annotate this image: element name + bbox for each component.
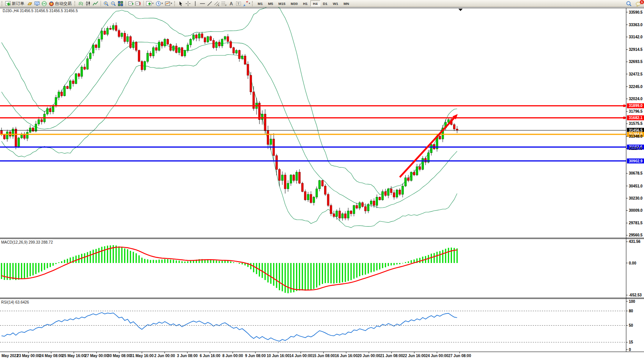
new-order-icon	[5, 1, 11, 6]
toolbar-button-gold[interactable]	[26, 0, 33, 7]
candle	[170, 44, 172, 50]
toolbar-button-vline[interactable]	[192, 0, 199, 7]
candle	[347, 211, 349, 218]
toolbar-button-text-label[interactable]: T	[235, 0, 242, 7]
chevron-down-icon[interactable]: ▾	[249, 2, 251, 5]
toolbar-button-add-indicator[interactable]: ▾	[145, 0, 155, 7]
timeframe-button-m1[interactable]: M1	[255, 0, 265, 6]
price-axis[interactable]: 33590.533363.033142.032914.532693.532472…	[626, 8, 643, 352]
candle	[370, 201, 372, 205]
date-label[interactable]: 24 May 08:00	[39, 354, 63, 358]
candle	[207, 36, 209, 42]
chart-title: DJ30-,H4 31456.5 31456.5 31456.5 31456.5	[3, 9, 78, 13]
candle	[261, 114, 263, 120]
timeframe-button-m5[interactable]: M5	[265, 0, 276, 6]
svg-text:F: F	[225, 4, 227, 6]
toolbar-button-chat[interactable]: 1	[635, 0, 642, 7]
date-label[interactable]: 27 Jun 08:00	[448, 354, 471, 358]
candle	[87, 59, 88, 69]
price-lines-layer[interactable]: 31899.031682.131456.531384.031153.630902…	[0, 103, 644, 177]
toolbar-button-search[interactable]	[625, 0, 633, 7]
chevron-down-icon[interactable]: ▾	[161, 2, 164, 5]
candle	[32, 128, 34, 131]
candle	[336, 211, 338, 217]
timeframe-button-h4[interactable]: H4	[310, 0, 320, 6]
toolbar-button-line-chart[interactable]	[92, 0, 99, 7]
toolbar-button-autoscroll[interactable]	[128, 0, 135, 7]
rsi-axis-label: 15	[629, 340, 633, 344]
date-label[interactable]: 2 Jun 00:00	[154, 354, 175, 358]
date-label[interactable]: 21 Jun 08:00	[380, 354, 403, 358]
timeframe-button-d1[interactable]: D1	[320, 0, 330, 6]
chevron-down-icon[interactable]: ▾	[170, 2, 173, 5]
candle	[101, 31, 103, 39]
toolbar-button-monitor[interactable]	[33, 0, 41, 7]
chart-canvas[interactable]: 31899.031682.131456.531384.031153.630902…	[0, 0, 644, 359]
macd-axis-label: 0.00	[629, 261, 636, 265]
timeframe-button-m30[interactable]: M30	[288, 0, 300, 6]
candle	[201, 34, 203, 38]
price-tick-label: 31575.5	[629, 121, 643, 126]
notification-badge[interactable]: 1	[640, 0, 644, 4]
date-label[interactable]: 25 May 16:00	[62, 354, 86, 358]
date-label[interactable]: 16 Jun 16:00	[335, 354, 357, 358]
date-label[interactable]: 27 May 00:00	[85, 354, 109, 358]
date-label[interactable]: 15 Jun 08:00	[312, 354, 335, 358]
candle	[290, 175, 292, 183]
toolbar-button-signal[interactable]	[41, 0, 48, 7]
timeframe-button-w1[interactable]: W1	[330, 0, 341, 6]
candle	[270, 139, 272, 145]
toolbar-button-period-clock[interactable]: ▾	[155, 0, 164, 7]
toolbar-button-channel[interactable]: E	[213, 0, 220, 7]
candle	[112, 25, 114, 29]
toolbar-button-hline[interactable]	[199, 0, 206, 7]
toolbar-button-fibonacci[interactable]: F	[220, 0, 228, 7]
timeframe-button-mn[interactable]: MN	[341, 0, 352, 6]
chart-shift-marker[interactable]	[458, 9, 463, 11]
date-label[interactable]: 9 Jun 08:00	[245, 354, 266, 358]
timeframe-button-h1[interactable]: H1	[300, 0, 310, 6]
candle	[118, 30, 120, 36]
toolbar-button-new-order[interactable]: 新订单	[5, 0, 26, 7]
toolbar-button-template[interactable]: ▾	[164, 0, 173, 7]
toolbar-button-crosshair[interactable]	[184, 0, 192, 7]
period-clock-icon	[156, 1, 161, 6]
timeframe-button-m15[interactable]: M15	[276, 0, 288, 6]
toolbar-button-arrows[interactable]: ▾	[242, 0, 252, 7]
toolbar-button-bar-chart[interactable]	[77, 0, 85, 7]
date-label[interactable]: 20 Jun 00:00	[357, 354, 380, 358]
candle	[75, 74, 77, 83]
bar-chart-icon	[78, 1, 84, 6]
candle	[362, 203, 364, 206]
candle	[330, 205, 332, 214]
date-label[interactable]: 31 May 16:00	[130, 354, 154, 358]
date-label[interactable]: 10 Jun 16:00	[267, 354, 290, 358]
date-label[interactable]: 6 Jun 16:00	[200, 354, 220, 358]
date-label[interactable]: 30 May 08:00	[107, 354, 131, 358]
chevron-down-icon[interactable]: ▾	[152, 2, 154, 5]
candle	[195, 35, 197, 38]
candle	[15, 129, 17, 147]
date-label[interactable]: 14 Jun 00:00	[290, 354, 312, 358]
toolbar-button-trendline[interactable]	[206, 0, 213, 7]
crosshair-icon	[185, 1, 191, 6]
toolbar-button-candle-chart[interactable]	[85, 0, 92, 7]
date-label[interactable]: 3 Jun 08:00	[177, 354, 198, 358]
toolbar-button-tile-windows[interactable]	[117, 0, 124, 7]
date-label[interactable]: 23 May 00:00	[17, 354, 40, 358]
toolbar-button-chart-shift[interactable]	[135, 0, 142, 7]
toolbar-button-cursor[interactable]	[177, 0, 184, 7]
rsi-axis-label: 100	[629, 299, 635, 304]
date-label[interactable]: 8 Jun 00:00	[222, 354, 243, 358]
toolbar-button-autotrade[interactable]: 自动交易	[48, 0, 74, 7]
date-label[interactable]: 24 Jun 00:00	[425, 354, 448, 358]
toolbar-button-zoom-in[interactable]	[102, 0, 110, 7]
toolbar-button-text[interactable]: A	[228, 0, 235, 7]
candle	[175, 46, 177, 53]
svg-text:E: E	[218, 4, 219, 6]
toolbar-button-zoom-out[interactable]	[110, 0, 117, 7]
date-label[interactable]: May 2022	[2, 354, 19, 358]
date-label[interactable]: 22 Jun 16:00	[403, 354, 426, 358]
autoscroll-icon	[128, 1, 134, 6]
toolbar-separator	[126, 1, 126, 6]
